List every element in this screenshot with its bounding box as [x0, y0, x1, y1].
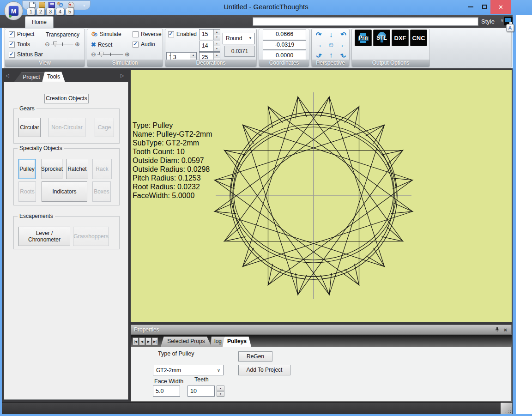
info-tooth-count: Tooth Count: 10	[133, 147, 212, 156]
slider-plus-icon[interactable]: ⊕	[125, 51, 130, 57]
tab-nav-first-icon[interactable]: |◀	[133, 338, 139, 345]
indicators-button[interactable]: Indicators	[42, 181, 87, 202]
circular-button[interactable]: Circular	[18, 118, 41, 137]
boxes-button[interactable]: Boxes	[92, 181, 111, 202]
checkbox-box-icon: ✓	[133, 31, 139, 37]
rotate-cw-icon[interactable]: ↷	[312, 28, 326, 41]
coordinate-z-field[interactable]: 0.0000	[263, 51, 306, 60]
status-bar-checkbox[interactable]: ✓ Status Bar	[9, 51, 43, 58]
rotate-ccw-icon[interactable]: ↶	[336, 28, 351, 41]
audio-checkbox[interactable]: ✓ Audio	[133, 41, 155, 48]
properties-header[interactable]: Properties ✕	[131, 325, 512, 335]
simulation-speed-slider[interactable]: ⊖ ⊕	[91, 51, 130, 57]
pulley-info-text: Type: Pulley Name: Pulley-GT2-2mm SubTyp…	[133, 121, 212, 200]
perspective-group-label: Perspective	[312, 60, 349, 67]
teeth-spinner[interactable]: ▲▼	[217, 386, 224, 397]
enabled-checkbox-label: Enabled	[176, 31, 197, 37]
spinner-arrows-icon[interactable]: ▲▼	[213, 41, 220, 51]
project-checkbox-label: Project	[17, 31, 34, 37]
open-folder-icon[interactable]	[39, 2, 45, 8]
teeth-input[interactable]	[187, 386, 215, 397]
tab-home[interactable]: Home	[25, 16, 54, 28]
properties-title: Properties	[134, 326, 159, 333]
chevron-down-icon: ∨	[217, 368, 220, 373]
style-dropdown[interactable]: Style	[481, 18, 495, 25]
decoration-spin-top[interactable]: 15 ▲▼	[199, 29, 220, 40]
minimize-button[interactable]	[464, 0, 478, 14]
panel-tab-tools[interactable]: Tools	[42, 72, 65, 82]
round-dropdown[interactable]: Round ▼	[223, 33, 255, 44]
non-circular-button[interactable]: Non-Circular	[48, 118, 85, 137]
escapements-group-label: Escapements	[18, 213, 55, 219]
tab-nav-next-icon[interactable]: ▶	[145, 338, 151, 345]
spin-up-icon[interactable]: ▲	[217, 386, 224, 391]
panel-tab-scroll-right-icon[interactable]: ▷	[121, 73, 124, 78]
sprocket-button[interactable]: Sprocket	[42, 159, 62, 179]
search-input[interactable]	[253, 17, 478, 26]
slider-minus-icon[interactable]: ⊖	[45, 41, 50, 47]
tools-checkbox-label: Tools	[17, 41, 30, 48]
tab-pulleys[interactable]: Pulleys	[223, 337, 251, 347]
simulate-button[interactable]: ⚙⚙ Simulate	[91, 31, 121, 37]
project-checkbox[interactable]: ✓ Project	[9, 31, 34, 37]
pulley-button[interactable]: Pulley	[18, 159, 36, 179]
pin-icon[interactable]	[494, 327, 500, 333]
arrow-down-icon[interactable]: ↓	[325, 30, 338, 40]
grasshoppers-button[interactable]: Grasshoppers	[73, 227, 109, 246]
close-button[interactable]: ✕	[490, 0, 511, 14]
reset-button[interactable]: ✖ Reset	[91, 41, 112, 48]
window-border-right	[513, 15, 516, 414]
dxf-export-button[interactable]: DXF	[392, 30, 409, 46]
maximize-button[interactable]	[478, 0, 490, 14]
new-file-icon[interactable]	[29, 2, 36, 8]
close-panel-icon[interactable]: ✕	[502, 327, 508, 333]
tab-selected-props[interactable]: Selected Props	[161, 337, 212, 347]
chevron-down-icon[interactable]: ∨	[501, 18, 504, 23]
slider-track[interactable]	[51, 41, 73, 47]
tab-nav-last-icon[interactable]: ▶|	[152, 338, 158, 345]
pulley-type-dropdown[interactable]: GT2-2mm ∨	[153, 365, 224, 375]
slider-thumb[interactable]	[99, 52, 103, 57]
settings-gear-icon[interactable]: ⚙⚙	[58, 2, 65, 8]
coordinate-x-field[interactable]: 0.0666	[263, 30, 306, 39]
add-to-project-button[interactable]: Add To Project	[238, 365, 290, 375]
rack-button[interactable]: Rack	[92, 159, 112, 179]
slider-thumb[interactable]	[53, 42, 57, 47]
cage-button[interactable]: Cage	[95, 118, 114, 137]
regen-button[interactable]: ReGen	[238, 351, 272, 362]
roots-button[interactable]: Roots	[18, 181, 36, 202]
tools-checkbox[interactable]: ✓ Tools	[9, 41, 30, 48]
help-icon[interactable]	[68, 2, 74, 8]
app-menu-button[interactable]: M	[4, 1, 23, 20]
coordinate-y-field[interactable]: -0.0319	[263, 40, 306, 50]
drawing-canvas[interactable]: Type: Pulley Name: Pulley-GT2-2mm SubTyp…	[131, 70, 512, 322]
decoration-spin-mid[interactable]: 14 ▲▼	[199, 41, 220, 52]
minimize-icon	[468, 6, 473, 7]
smiley-reset-view-icon[interactable]: ☺	[325, 40, 338, 50]
keytip-4: 4	[56, 8, 64, 15]
lever-chronometer-button[interactable]: Lever / Chronometer	[18, 227, 70, 246]
spinner-arrows-icon[interactable]: ▲▼	[213, 30, 220, 40]
cnc-export-button[interactable]: CNC	[410, 30, 427, 46]
slider-track[interactable]	[97, 51, 123, 57]
spin-down-icon[interactable]: ▼	[217, 391, 224, 397]
arrow-up-icon[interactable]: ↑	[325, 50, 338, 60]
face-width-input[interactable]	[153, 386, 180, 397]
resize-grip[interactable]	[501, 403, 512, 414]
enabled-checkbox[interactable]: ✓ Enabled	[168, 31, 197, 37]
slider-plus-icon[interactable]: ⊕	[75, 41, 80, 47]
tab-nav-prev-icon[interactable]: ◀	[139, 338, 145, 345]
stl-export-button[interactable]: STL	[373, 30, 390, 46]
print-button[interactable]: Prn	[355, 30, 372, 46]
window-border-bottom	[0, 414, 532, 416]
ratchet-button[interactable]: Ratchet	[66, 159, 88, 179]
transparency-slider[interactable]: ⊖ ⊕	[45, 41, 80, 47]
close-icon: ✕	[498, 4, 503, 11]
ribbon-group-perspective: ↷ ↓ ↶ → ☺ ← ↷ ↑ ↶ Perspective	[311, 29, 350, 67]
reverse-checkbox[interactable]: ✓ Reverse	[133, 31, 162, 37]
dxf-button-label: DXF	[392, 35, 408, 42]
panel-tab-scroll-left-icon[interactable]: ◁	[6, 73, 9, 78]
slider-minus-icon[interactable]: ⊖	[91, 51, 96, 57]
save-icon[interactable]	[48, 2, 55, 8]
qat-overflow-icon[interactable]: ▾	[83, 3, 85, 8]
